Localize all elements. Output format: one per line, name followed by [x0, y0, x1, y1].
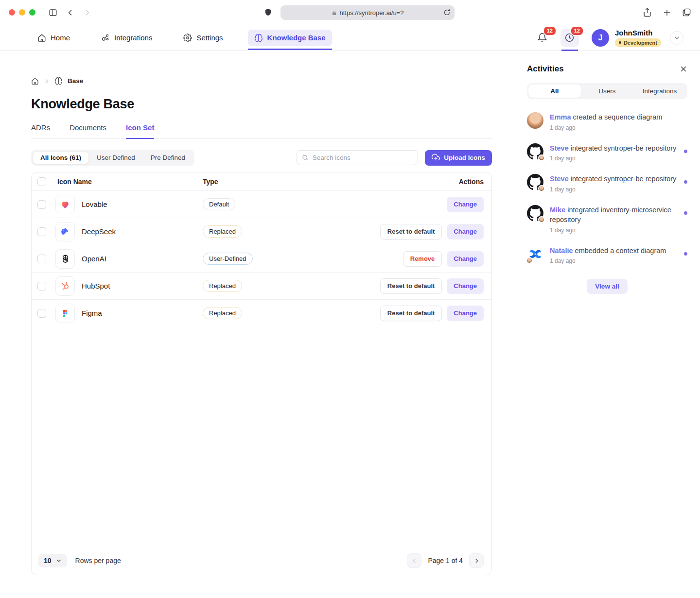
- activity-item[interactable]: Emma created a sequence diagram 1 day ag…: [527, 112, 687, 131]
- tab-overview-icon[interactable]: [682, 8, 691, 17]
- icon-name: Figma: [82, 309, 102, 317]
- icon-name: OpenAI: [82, 255, 106, 263]
- rows-per-page-select[interactable]: 10: [38, 554, 67, 567]
- change-button[interactable]: Change: [447, 306, 484, 321]
- app-navbar: Home Integrations Settings Knowledge Bas…: [0, 25, 700, 51]
- minimize-window-button[interactable]: [19, 9, 25, 16]
- row-checkbox[interactable]: [37, 309, 46, 318]
- github-avatar: [527, 205, 543, 222]
- row-checkbox[interactable]: [37, 200, 46, 209]
- openai-icon: [55, 249, 75, 269]
- user-meta: JohnSmith Development: [615, 29, 661, 47]
- unread-dot: [684, 252, 687, 256]
- sidebar-toggle-icon[interactable]: [48, 8, 58, 17]
- type-badge-replaced: Replaced: [203, 280, 242, 292]
- chevron-left-icon: [411, 558, 418, 564]
- breadcrumb-current[interactable]: Base: [68, 77, 83, 85]
- activities-tabs: All Users Integrations: [527, 83, 687, 99]
- next-page-button[interactable]: [469, 553, 484, 568]
- breadcrumb-separator-icon: [44, 78, 50, 84]
- icon-name: DeepSeek: [82, 227, 116, 236]
- row-checkbox[interactable]: [37, 255, 46, 263]
- activities-list: Emma created a sequence diagram 1 day ag…: [527, 112, 687, 264]
- activity-item[interactable]: Natalie embedded a context diagram 1 day…: [527, 246, 687, 265]
- column-actions: Actions: [459, 178, 484, 186]
- icons-table: Icon Name Type Actions Lovable Default: [31, 172, 492, 575]
- row-checkbox[interactable]: [37, 282, 46, 290]
- nav-item-knowledge-base[interactable]: Knowledge Base: [248, 30, 332, 46]
- activity-actor: Steve: [550, 175, 571, 183]
- chevron-down-icon: [674, 34, 680, 41]
- diagram-tool-avatar: [527, 246, 543, 262]
- workspace-badge: Development: [615, 38, 661, 47]
- filter-pre-defined[interactable]: Pre Defined: [143, 151, 193, 164]
- nav-item-home[interactable]: Home: [31, 30, 76, 46]
- change-button[interactable]: Change: [447, 224, 484, 239]
- notifications-bell-button[interactable]: 12: [533, 29, 552, 47]
- change-button[interactable]: Change: [447, 197, 484, 212]
- row-checkbox[interactable]: [37, 227, 46, 236]
- reset-to-default-button[interactable]: Reset to default: [380, 224, 442, 239]
- user-avatar[interactable]: J: [592, 29, 609, 47]
- table-row: Figma Replaced Reset to default Change: [32, 299, 491, 326]
- breadcrumb: Base: [31, 77, 492, 85]
- close-activities-button[interactable]: [680, 65, 687, 73]
- activities-tab-integrations[interactable]: Integrations: [633, 85, 686, 98]
- search-input[interactable]: [313, 154, 413, 161]
- table-row: DeepSeek Replaced Reset to default Chang…: [32, 218, 491, 245]
- activity-actor: Mike: [550, 206, 567, 214]
- change-button[interactable]: Change: [447, 278, 484, 294]
- nav-item-integrations[interactable]: Integrations: [95, 30, 158, 46]
- activity-actor: Steve: [550, 144, 571, 152]
- filter-all-icons[interactable]: All Icons (61): [33, 151, 89, 164]
- activities-clock-button[interactable]: 12: [560, 29, 579, 47]
- activity-item[interactable]: Steve integrated syntroper-be repository…: [527, 174, 687, 193]
- filter-row: All Icons (61) User Defined Pre Defined …: [31, 150, 492, 166]
- page-title: Knowledge Base: [31, 97, 492, 112]
- previous-page-button[interactable]: [407, 553, 421, 568]
- figma-icon: [55, 304, 75, 323]
- forward-button[interactable]: [83, 9, 91, 17]
- upload-icons-button[interactable]: Upload Icons: [425, 150, 492, 166]
- address-bar[interactable]: https://syntroper.ai/u=?: [280, 5, 455, 20]
- main-content: Base Knowledge Base ADRs Documents Icon …: [0, 51, 514, 598]
- new-tab-icon[interactable]: [663, 8, 671, 17]
- view-all-button[interactable]: View all: [587, 279, 627, 294]
- brain-icon: [254, 34, 263, 42]
- type-badge-replaced: Replaced: [203, 225, 242, 238]
- search-box[interactable]: [297, 150, 418, 165]
- nav-item-settings[interactable]: Settings: [177, 30, 229, 46]
- tab-icon-set[interactable]: Icon Set: [126, 123, 154, 139]
- back-button[interactable]: [67, 9, 74, 17]
- change-button[interactable]: Change: [447, 251, 484, 267]
- activity-item[interactable]: Steve integrated syntroper-be repository…: [527, 143, 687, 162]
- tab-documents[interactable]: Documents: [70, 123, 106, 138]
- share-icon[interactable]: [643, 7, 652, 17]
- reset-to-default-button[interactable]: Reset to default: [380, 278, 442, 294]
- rows-per-page-label: Rows per page: [75, 557, 121, 564]
- privacy-shield-icon[interactable]: [264, 7, 272, 17]
- nav-item-label: Settings: [196, 34, 223, 42]
- icon-name: HubSpot: [82, 282, 110, 290]
- deepseek-icon: [55, 222, 75, 241]
- window-controls: [9, 9, 35, 16]
- select-all-checkbox[interactable]: [37, 177, 46, 186]
- activities-tab-all[interactable]: All: [528, 85, 581, 98]
- upload-cloud-icon: [432, 154, 440, 162]
- activity-time: 1 day ago: [550, 257, 666, 264]
- filter-user-defined[interactable]: User Defined: [89, 151, 143, 164]
- tab-adrs[interactable]: ADRs: [31, 123, 50, 138]
- activities-tab-users[interactable]: Users: [581, 85, 633, 98]
- refresh-icon[interactable]: [443, 8, 451, 17]
- activities-panel: Activities All Users Integrations Emma c…: [514, 51, 700, 598]
- remove-button[interactable]: Remove: [403, 251, 442, 267]
- activity-action: created a sequence diagram: [573, 113, 663, 121]
- table-header-row: Icon Name Type Actions: [32, 172, 491, 190]
- user-menu-chevron-button[interactable]: [670, 31, 683, 45]
- activity-item[interactable]: Mike integrated inventory-microservice r…: [527, 205, 687, 234]
- reset-to-default-button[interactable]: Reset to default: [380, 306, 442, 321]
- activity-time: 1 day ago: [550, 155, 676, 162]
- zoom-window-button[interactable]: [29, 9, 35, 16]
- close-window-button[interactable]: [9, 9, 15, 16]
- breadcrumb-home-icon[interactable]: [31, 77, 39, 85]
